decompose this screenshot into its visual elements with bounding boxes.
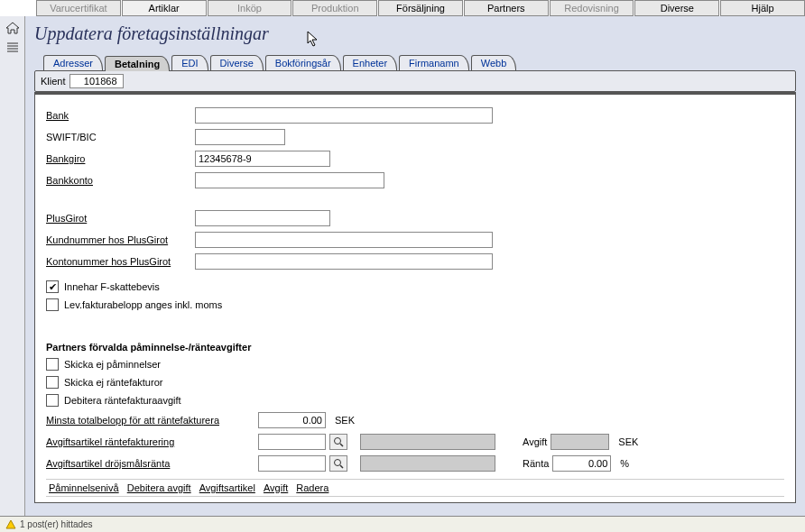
checkbox-levfaktura[interactable] bbox=[46, 298, 59, 311]
tab-webb[interactable]: Webb bbox=[471, 55, 517, 70]
input-minsta[interactable] bbox=[258, 412, 326, 428]
menu-partners[interactable]: Partners bbox=[464, 0, 549, 16]
section-partners-header: Partners förvalda påminnelse-/ränteavgif… bbox=[46, 342, 784, 353]
form-panel: Bank SWIFT/BIC Bankgiro Bankkonto PlusGi… bbox=[34, 92, 796, 503]
warning-icon bbox=[5, 519, 16, 530]
label-minsta: Minsta totalbelopp för att räntefakturer… bbox=[46, 415, 258, 426]
menu-varucertifikat[interactable]: Varucertifikat bbox=[36, 0, 121, 16]
col-debitera-avgift[interactable]: Debitera avgift bbox=[125, 482, 194, 493]
tab-bokforingsar[interactable]: Bokföringsår bbox=[265, 55, 341, 70]
col-paminnelseniva[interactable]: Påminnelsenivå bbox=[46, 482, 122, 493]
label-levfaktura: Lev.fakturabelopp anges inkl. moms bbox=[64, 299, 222, 310]
col-avgiftsartikel[interactable]: Avgiftsartikel bbox=[197, 482, 258, 493]
label-bank: Bank bbox=[46, 110, 195, 121]
unit-ranta: % bbox=[620, 458, 629, 469]
unit-minsta: SEK bbox=[335, 415, 355, 426]
label-skicka-paminnelser: Skicka ej påminnelser bbox=[64, 359, 161, 370]
tab-enheter[interactable]: Enheter bbox=[343, 55, 398, 70]
top-menu: Varucertifikat Artiklar Inköp Produktion… bbox=[0, 0, 805, 16]
input-bank[interactable] bbox=[195, 107, 493, 124]
menu-inkop[interactable]: Inköp bbox=[208, 0, 292, 16]
input-swift[interactable] bbox=[195, 129, 285, 145]
checkbox-skicka-paminnelser[interactable] bbox=[46, 358, 59, 371]
klient-label: Klient bbox=[41, 76, 66, 87]
svg-line-7 bbox=[340, 465, 343, 468]
lookup-rf-button[interactable] bbox=[329, 434, 347, 450]
input-avgiftsartikel-dr[interactable] bbox=[258, 455, 326, 472]
search-icon bbox=[333, 436, 344, 447]
menu-hjalp[interactable]: Hjälp bbox=[720, 0, 805, 16]
unit-avgift: SEK bbox=[618, 436, 638, 447]
svg-line-5 bbox=[340, 444, 343, 446]
tab-adresser[interactable]: Adresser bbox=[43, 55, 103, 70]
readonly-rf-desc bbox=[360, 434, 495, 450]
svg-point-4 bbox=[335, 438, 341, 445]
label-ranta: Ränta bbox=[523, 458, 549, 469]
menu-artiklar[interactable]: Artiklar bbox=[122, 0, 207, 16]
tab-firmanamn[interactable]: Firmanamn bbox=[399, 55, 469, 70]
label-bankkonto: Bankkonto bbox=[46, 175, 195, 186]
home-icon[interactable] bbox=[0, 22, 24, 36]
klient-value: 101868 bbox=[69, 74, 124, 88]
input-avgiftsartikel-rf[interactable] bbox=[258, 434, 326, 450]
input-bankgiro[interactable] bbox=[195, 151, 330, 167]
col-radera[interactable]: Radera bbox=[293, 482, 331, 493]
main-panel: Uppdatera företagsinställningar Adresser… bbox=[25, 16, 805, 517]
tab-betalning[interactable]: Betalning bbox=[105, 56, 170, 71]
label-swift: SWIFT/BIC bbox=[46, 132, 195, 142]
left-rail bbox=[0, 16, 25, 517]
checkbox-debitera[interactable] bbox=[46, 394, 59, 407]
readonly-avgift-value bbox=[551, 434, 609, 450]
menu-diverse[interactable]: Diverse bbox=[634, 0, 719, 16]
input-bankkonto[interactable] bbox=[195, 172, 384, 188]
input-ranta[interactable] bbox=[552, 455, 611, 472]
menu-forsaljning[interactable]: Försäljning bbox=[378, 0, 463, 16]
menu-icon[interactable] bbox=[0, 41, 24, 54]
label-fskatt: Innehar F-skattebevis bbox=[64, 281, 160, 292]
label-avgiftsartikel-dr: Avgiftsartikel dröjsmålsränta bbox=[46, 458, 258, 469]
input-plusgirot[interactable] bbox=[195, 210, 330, 226]
label-avgift: Avgift bbox=[523, 436, 547, 447]
lookup-dr-button[interactable] bbox=[329, 455, 347, 472]
label-skicka-rantefakturor: Skicka ej räntefakturor bbox=[64, 377, 162, 388]
label-debitera: Debitera räntefakturaavgift bbox=[64, 395, 181, 406]
status-bar: 1 post(er) hittades bbox=[0, 516, 805, 532]
status-text: 1 post(er) hittades bbox=[20, 519, 93, 529]
label-plusgirot: PlusGirot bbox=[46, 213, 195, 224]
input-kundnummer[interactable] bbox=[195, 232, 493, 248]
tab-diverse[interactable]: Diverse bbox=[210, 55, 264, 70]
menu-redovisning[interactable]: Redovisning bbox=[550, 0, 634, 16]
menu-produktion[interactable]: Produktion bbox=[292, 0, 377, 16]
input-kontonummer[interactable] bbox=[195, 253, 493, 270]
page-title: Uppdatera företagsinställningar bbox=[34, 23, 796, 44]
search-icon bbox=[333, 458, 344, 469]
label-bankgiro: Bankgiro bbox=[46, 153, 195, 164]
label-kundnummer: Kundnummer hos PlusGirot bbox=[46, 234, 195, 245]
klient-bar: Klient 101868 bbox=[34, 70, 796, 92]
checkbox-skicka-rantefakturor[interactable] bbox=[46, 376, 59, 389]
checkbox-fskatt[interactable]: ✔ bbox=[46, 280, 59, 293]
col-avgift[interactable]: Avgift bbox=[261, 482, 291, 493]
table-header-row: Påminnelsenivå Debitera avgift Avgiftsar… bbox=[46, 479, 784, 497]
readonly-dr-desc bbox=[360, 455, 495, 472]
svg-point-6 bbox=[335, 460, 341, 466]
label-avgiftsartikel-rf: Avgiftsartikel räntefakturering bbox=[46, 436, 258, 447]
tab-row: Adresser Betalning EDI Diverse Bokföring… bbox=[43, 55, 796, 70]
tab-edi[interactable]: EDI bbox=[171, 55, 208, 70]
label-kontonummer: Kontonummer hos PlusGirot bbox=[46, 256, 195, 267]
